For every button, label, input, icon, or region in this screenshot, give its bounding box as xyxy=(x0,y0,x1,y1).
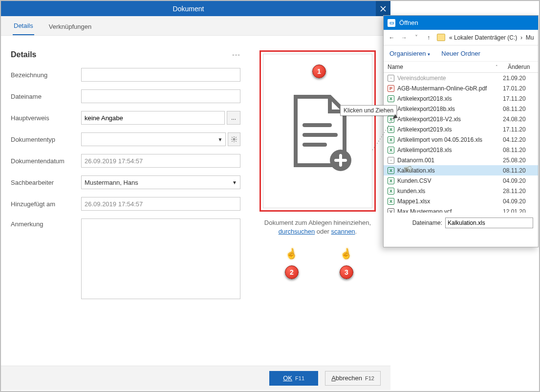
file-type-icon: ▫ xyxy=(388,75,394,82)
file-open-toolbar: Organisieren▼ Neuer Ordner xyxy=(384,45,538,61)
ok-button[interactable]: OK F11 xyxy=(269,371,318,386)
close-button[interactable] xyxy=(376,1,390,16)
file-open-title: Öffnen xyxy=(399,19,418,26)
file-name: Artikelimport vom 04.05.2016.xls xyxy=(397,136,482,143)
file-type-icon: ▫ xyxy=(388,157,394,164)
label-hauptverweis: Hauptverweis xyxy=(11,114,81,122)
file-row[interactable]: XArtikelexport2018b.xls08.11.20 xyxy=(384,104,538,114)
nav-back-button[interactable]: ← xyxy=(388,34,396,41)
column-name[interactable]: Name ˄ xyxy=(384,62,506,72)
tab-links[interactable]: Verknüpfungen xyxy=(48,18,92,35)
file-date: 04.09.20 xyxy=(503,177,534,184)
organise-menu[interactable]: Organisieren▼ xyxy=(389,50,431,57)
file-row[interactable]: ▫Datanorm.00125.08.20 xyxy=(384,155,538,165)
file-type-icon: X xyxy=(388,188,394,195)
file-type-icon: X xyxy=(388,126,394,133)
bezeichnung-input[interactable] xyxy=(81,68,240,82)
breadcrumb[interactable]: « Lokaler Datenträger (C:) › Must xyxy=(449,34,534,41)
nav-forward-button[interactable]: → xyxy=(400,34,408,41)
tabstrip: Details Verknüpfungen xyxy=(1,16,390,36)
hauptverweis-browse-button[interactable]: ... xyxy=(227,111,240,125)
file-open-footer: Dateiname: xyxy=(384,213,538,233)
file-name: Kalkulation.xls xyxy=(397,167,435,174)
new-folder-button[interactable]: Neuer Ordner xyxy=(441,50,480,57)
label-anmerkung: Anmerkung xyxy=(11,218,81,228)
filename-label: Dateiname: xyxy=(412,219,442,226)
file-name: kunden.xls xyxy=(397,188,425,195)
section-menu-button[interactable]: --- xyxy=(232,51,240,59)
file-row[interactable]: XArtikelexport2018-V2.xls24.08.20 xyxy=(384,114,538,124)
dokumententyp-select[interactable]: ▼ xyxy=(81,132,226,146)
annotation-bubble-2: 2 xyxy=(285,265,299,279)
browse-link[interactable]: durchsuchen xyxy=(279,228,315,235)
dialog-footer: OK F11 Abbrechen F12 xyxy=(1,366,390,390)
scan-link[interactable]: scannen xyxy=(331,228,355,235)
file-date: 08.11.20 xyxy=(503,106,534,112)
app-icon: ▭ xyxy=(388,19,395,27)
dokumententyp-settings-button[interactable] xyxy=(228,132,240,146)
file-row[interactable]: XKunden.CSV04.09.20 xyxy=(384,175,538,186)
label-hinzugefuegt: Hinzugefügt am xyxy=(11,200,81,208)
file-date: 08.11.20 xyxy=(503,147,534,153)
label-dokumentendatum: Dokumentendatum xyxy=(11,157,81,165)
file-list-header: Name ˄ Änderun xyxy=(384,61,538,73)
drag-tooltip: Klicken und Ziehen xyxy=(340,105,397,116)
document-titlebar: Dokument xyxy=(1,1,390,16)
file-date: 17.11.20 xyxy=(503,126,534,133)
annotation-bubble-1: 1 xyxy=(312,65,326,78)
file-row[interactable]: XMappe1.xlsx04.09.20 xyxy=(384,196,538,206)
document-window: Dokument Details Verknüpfungen Details -… xyxy=(1,1,390,390)
file-row[interactable]: VMax Mustermann.vcf12.01.20 xyxy=(384,206,538,213)
column-date[interactable]: Änderun xyxy=(506,62,538,72)
file-type-icon: X xyxy=(388,177,394,184)
sort-asc-icon: ˄ xyxy=(496,65,498,69)
file-type-icon: X xyxy=(388,198,394,205)
filename-input[interactable] xyxy=(445,218,533,228)
file-list: Name ˄ Änderun ▫Vereinsdokumente21.09.20… xyxy=(384,61,538,213)
file-row[interactable]: ▫Vereinsdokumente21.09.20 xyxy=(384,73,538,83)
annotation-bubble-3: 3 xyxy=(340,265,353,279)
chevron-down-icon: ▼ xyxy=(218,137,223,142)
dateiname-input[interactable] xyxy=(81,89,240,103)
sachbearbeiter-select[interactable]: Mustermann, Hans ▼ xyxy=(81,175,240,189)
drop-hint: Dokument zum Ablegen hineinziehen, durch… xyxy=(264,218,371,236)
nav-recent-button[interactable]: ˅ xyxy=(412,34,420,41)
file-date: 25.08.20 xyxy=(503,157,534,164)
label-dateiname: Dateiname xyxy=(11,93,81,100)
hauptverweis-input[interactable] xyxy=(81,111,225,125)
file-name: AGB-Mustermann-Online-GbR.pdf xyxy=(397,85,487,92)
file-date: 17.01.20 xyxy=(503,85,534,92)
cancel-button[interactable]: Abbrechen F12 xyxy=(325,371,381,386)
file-row[interactable]: XArtikelimport vom 04.05.2016.xls04.12.2… xyxy=(384,134,538,145)
anmerkung-textarea[interactable] xyxy=(81,218,240,299)
file-row[interactable]: XArtikelexport2018.xls17.11.20 xyxy=(384,93,538,104)
file-row[interactable]: XArtikelimport2018.xls08.11.20 xyxy=(384,145,538,155)
tab-details[interactable]: Details xyxy=(13,17,34,35)
file-date: 17.11.20 xyxy=(503,95,534,102)
file-row[interactable]: PAGB-Mustermann-Online-GbR.pdf17.01.20 xyxy=(384,83,538,93)
sachbearbeiter-value: Mustermann, Hans xyxy=(85,179,138,186)
file-type-icon: X xyxy=(388,167,394,174)
file-row[interactable]: XKalkulation.xls08.11.20 xyxy=(384,165,538,175)
file-date: 21.09.20 xyxy=(503,75,534,82)
file-row[interactable]: Xkunden.xls28.11.20 xyxy=(384,186,538,196)
file-open-dialog: ▭ Öffnen ← → ˅ ↑ « Lokaler Datenträger (… xyxy=(383,15,539,247)
close-icon xyxy=(380,6,386,12)
file-name: Kunden.CSV xyxy=(397,177,431,184)
file-date: 08.11.20 xyxy=(503,167,534,174)
file-name: Artikelexport2018b.xls xyxy=(397,106,455,112)
file-row[interactable]: XArtikelexport2019.xls17.11.20 xyxy=(384,124,538,134)
file-date: 12.01.20 xyxy=(503,208,534,213)
section-title: Details xyxy=(11,50,36,59)
file-name: Mappe1.xlsx xyxy=(397,198,430,205)
file-type-icon: X xyxy=(388,116,394,123)
file-name: Max Mustermann.vcf xyxy=(397,208,452,213)
folder-icon xyxy=(437,34,445,41)
file-date: 28.11.20 xyxy=(503,188,534,195)
file-type-icon: X xyxy=(388,147,394,153)
nav-up-button[interactable]: ↑ xyxy=(424,34,432,41)
file-name: Artikelexport2018.xls xyxy=(397,95,452,102)
file-type-icon: P xyxy=(388,85,394,92)
dokumentendatum-value xyxy=(81,154,240,168)
label-bezeichnung: Bezeichnung xyxy=(11,71,81,79)
